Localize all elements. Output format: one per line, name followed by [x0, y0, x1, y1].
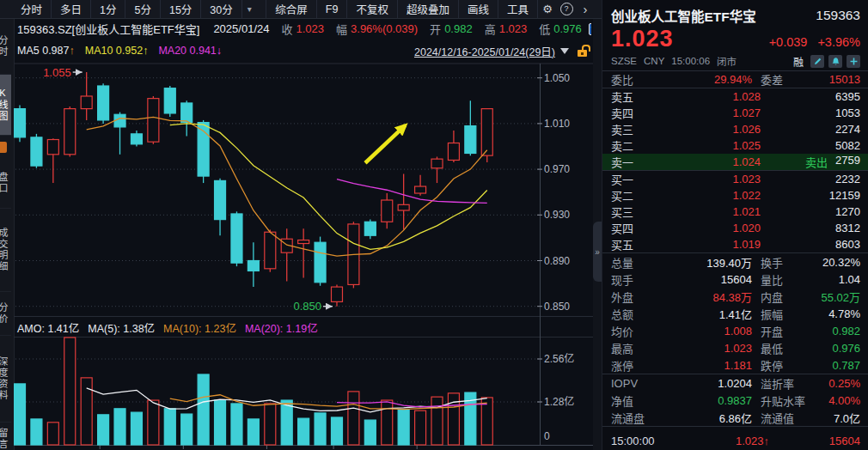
info-bar: 159363.SZ[创业板人工智能ETF华宝] 2025/01/24 收 1.0…: [14, 19, 591, 39]
collapse-panel-handle[interactable]: »: [593, 222, 602, 282]
svg-text:1.055: 1.055: [43, 66, 71, 79]
exchange-label: SZSE: [611, 56, 637, 66]
strip-orange-bookmark[interactable]: [0, 136, 11, 158]
stat-row-4: 均价1.008开盘0.982: [602, 322, 868, 339]
more-chevron-icon[interactable]: ›: [576, 0, 595, 18]
toolbar-action-5[interactable]: 工具: [498, 0, 538, 18]
amo-ma5: MA(5): 1.38亿: [88, 319, 155, 336]
trade-date: 2025/01/24: [213, 22, 269, 35]
weibi-row: 委比29.94% 委差15013: [602, 71, 868, 88]
side-tab-3[interactable]: 盘口: [0, 158, 11, 209]
stock-code: 159363: [816, 8, 860, 23]
close-label: 收: [281, 21, 292, 37]
side-tab-1[interactable]: K线图: [0, 75, 11, 136]
close-value: 1.023: [296, 22, 324, 35]
toolbar-tab-4[interactable]: 15分: [161, 0, 201, 18]
ask-row-1[interactable]: 卖四1.0271053: [602, 105, 868, 121]
period-dropdown-icon[interactable]: ▾: [242, 4, 257, 14]
toolbar-action-2[interactable]: 不复权: [347, 0, 398, 18]
svg-text:0: 0: [544, 430, 550, 442]
chart-column: 分时多日1分5分15分30分▾ 综合屏F9不复权超级叠加画线工具 ⚙ ? › 1…: [0, 0, 602, 450]
amo-ma20: MA(20): 1.19亿: [245, 319, 318, 336]
svg-text:1.010: 1.010: [544, 118, 570, 130]
svg-text:0.850: 0.850: [293, 300, 321, 313]
toolbar: 分时多日1分5分15分30分▾ 综合屏F9不复权超级叠加画线工具 ⚙ ? ›: [0, 0, 602, 19]
side-tab-6[interactable]: 深度资料: [0, 336, 11, 423]
currency-label: CNY: [644, 56, 664, 66]
toolbar-tab-3[interactable]: 5分: [125, 0, 160, 18]
svg-text:1.050: 1.050: [544, 72, 570, 84]
range-dropdown-icon[interactable]: [560, 48, 569, 54]
trading-terminal: 分时多日1分5分15分30分▾ 综合屏F9不复权超级叠加画线工具 ⚙ ? › 1…: [0, 0, 868, 450]
side-tab-7[interactable]: 留言: [0, 423, 11, 450]
side-tab-0[interactable]: 分时: [0, 19, 11, 75]
toolbar-actions: 综合屏F9不复权超级叠加画线工具: [266, 0, 538, 18]
left-tab-strip: 分时K线图盘口成交明细分价深度资料留言: [0, 19, 15, 450]
toolbar-action-0[interactable]: 综合屏: [266, 0, 317, 18]
quote-time: 15:00:06: [671, 56, 710, 66]
margin-badge: 融: [793, 54, 804, 69]
low-value: 0.976: [553, 22, 582, 35]
bid-book: 买一1.0232232买二1.02212159买三1.0211270买四1.02…: [602, 171, 868, 252]
help-icon[interactable]: ?: [557, 0, 576, 18]
ma20-legend: MA20 0.941↓: [158, 45, 222, 57]
svg-text:0.890: 0.890: [544, 255, 570, 267]
alert-bell-icon[interactable]: [828, 55, 842, 68]
ask-row-3[interactable]: 卖二1.0255082: [602, 137, 868, 154]
orange-bookmark-icon: [0, 142, 7, 153]
toolbar-tab-5[interactable]: 30分: [201, 0, 241, 18]
ask-book: 卖五1.0286395卖四1.0271053卖三1.0262274卖二1.025…: [602, 88, 868, 170]
stat-row-1: 现手15604量比1.04: [602, 271, 868, 288]
high-label: 高: [485, 21, 496, 37]
toolbar-tab-1[interactable]: 多日: [52, 0, 91, 18]
symbol-label[interactable]: 159363.SZ[创业板人工智能ETF华宝]: [17, 21, 199, 37]
toolbar-action-4[interactable]: 画线: [459, 0, 498, 18]
iopv-row-0: IOPV1.0204溢折率0.25%: [602, 374, 868, 392]
bid-row-0[interactable]: 买一1.0232232: [602, 171, 868, 187]
bid-row-2[interactable]: 买三1.0211270: [602, 204, 868, 220]
bid-row-3[interactable]: 买四1.0208312: [602, 220, 868, 236]
ask-row-0[interactable]: 卖五1.0286395: [602, 88, 868, 105]
market-status: 闭市: [717, 54, 737, 68]
ask-row-4[interactable]: 卖一1.024卖出2759: [602, 154, 868, 170]
iopv-grid: IOPV1.0204溢折率0.25%净值0.9837升贴水率4.00%流通盘6.…: [602, 374, 868, 426]
svg-text:2.56亿: 2.56亿: [544, 352, 574, 365]
wp-badge-icon[interactable]: WP: [589, 23, 591, 35]
edit-icon[interactable]: [810, 55, 824, 68]
candles-and-volume: [15, 72, 493, 445]
bid-row-4[interactable]: 买五1.0198603: [602, 236, 868, 252]
toolbar-action-1[interactable]: F9: [317, 0, 348, 18]
trend-arrow-annotation: [365, 125, 406, 163]
period-tabs: 分时多日1分5分15分30分▾: [0, 0, 257, 18]
high-value: 1.023: [499, 22, 528, 35]
stock-name: 创业板人工智能ETF华宝: [611, 6, 756, 25]
svg-text:0.930: 0.930: [544, 209, 570, 221]
tick-price: 1.023↑: [683, 435, 769, 447]
low-label: 低: [539, 21, 550, 37]
amo-value: AMO: 1.41亿: [17, 319, 79, 336]
gear-icon[interactable]: ⚙: [538, 0, 557, 18]
open-value: 0.982: [444, 22, 473, 35]
range-value: 3.96%(0.039): [351, 22, 418, 35]
amo-ma10: MA(10): 1.23亿: [163, 319, 236, 336]
unlock-icon[interactable]: [578, 45, 588, 57]
tick-volume: 15604: [769, 435, 860, 447]
last-price: 1.023: [611, 26, 674, 52]
toolbar-action-3[interactable]: 超级叠加: [398, 0, 459, 18]
side-tab-5[interactable]: 分价: [0, 292, 11, 336]
date-range-link[interactable]: 2024/12/16-2025/01/24(29日): [414, 43, 555, 59]
price-change: +0.039: [769, 35, 808, 49]
sell-exec-tag: 卖出: [805, 154, 828, 170]
stat-row-6: 涨停1.181跌停0.787: [602, 356, 868, 374]
toolbar-tab-2[interactable]: 1分: [91, 0, 125, 18]
panel-gutter: »: [593, 19, 602, 450]
ma10-legend: MA10 0.952↑: [85, 45, 149, 57]
ma5-legend: MA5 0.987↑: [17, 45, 75, 57]
add-icon[interactable]: [847, 55, 860, 68]
bid-row-1[interactable]: 买二1.02212159: [602, 187, 868, 204]
toolbar-tab-0[interactable]: 分时: [12, 0, 52, 18]
side-tab-4[interactable]: 成交明细: [0, 209, 11, 292]
ask-row-2[interactable]: 卖三1.0262274: [602, 121, 868, 137]
kline-chart[interactable]: 1.0501.0100.9700.9300.8900.8502.56亿1.28亿…: [14, 40, 593, 450]
stat-row-5: 最高1.023最低0.976: [602, 339, 868, 356]
